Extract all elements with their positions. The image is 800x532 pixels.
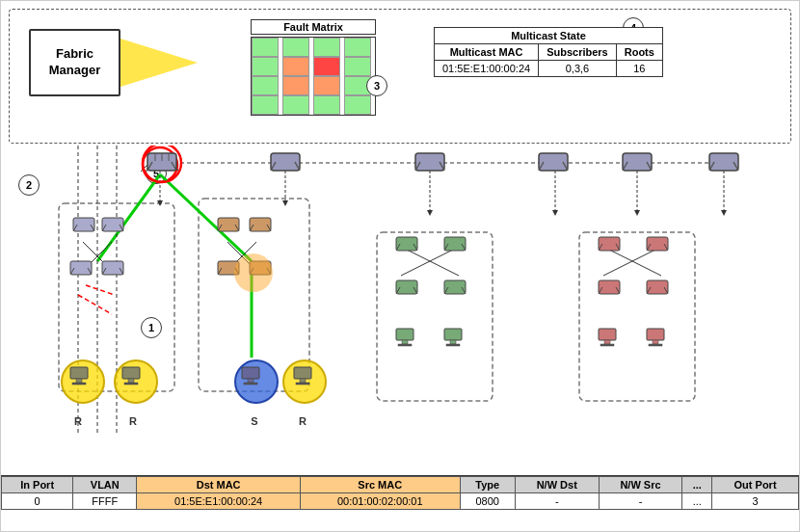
svg-rect-55 (218, 218, 239, 231)
svg-text:R: R (299, 415, 307, 427)
svg-rect-109 (242, 367, 259, 379)
cell-type: 0800 (460, 493, 515, 510)
bottom-table-container: In Port VLAN Dst MAC Src MAC Type N/W Ds… (1, 475, 799, 531)
svg-rect-85 (599, 280, 620, 294)
svg-rect-3 (579, 232, 695, 401)
svg-rect-103 (70, 367, 88, 379)
fm-cell (282, 95, 309, 115)
svg-rect-88 (647, 280, 668, 294)
col-in-port: In Port (2, 477, 73, 493)
multicast-state-table: Multicast State Multicast MAC Subscriber… (434, 27, 663, 77)
svg-rect-100 (647, 329, 664, 340)
flow-table-row: 0 FFFF 01:5E:E1:00:00:24 00:01:00:02:00:… (2, 493, 799, 510)
svg-rect-93 (398, 344, 412, 346)
fm-cell (282, 38, 309, 57)
svg-rect-104 (76, 379, 82, 383)
svg-rect-91 (396, 329, 413, 340)
cell-dst-mac: 01:5E:E1:00:00:24 (137, 493, 301, 510)
svg-rect-2 (377, 232, 493, 401)
svg-rect-105 (72, 383, 86, 385)
col-dst-mac: Dst MAC (137, 477, 301, 493)
beam-graphic (120, 39, 198, 87)
col-out-port: Out Port (712, 477, 799, 493)
main-container: Fabric Manager Fault Matrix (0, 0, 800, 532)
multicast-state-title: Multicast State (435, 28, 663, 44)
svg-rect-58 (250, 218, 271, 231)
fm-cell (344, 95, 371, 115)
roots-value: 16 (616, 61, 662, 77)
top-section: Fabric Manager Fault Matrix (9, 9, 791, 144)
svg-rect-92 (402, 340, 408, 344)
cell-nw-src: - (599, 493, 682, 510)
cell-in-port: 0 (2, 493, 73, 510)
svg-rect-73 (396, 280, 417, 294)
fm-cell (252, 57, 279, 76)
svg-rect-99 (600, 344, 614, 346)
svg-rect-52 (102, 261, 123, 275)
fm-cell (313, 76, 340, 95)
svg-rect-111 (244, 383, 257, 385)
fm-cell (344, 38, 371, 57)
col-src-mac: Src MAC (300, 477, 460, 493)
fm-cell (252, 95, 279, 115)
svg-line-14 (86, 285, 115, 295)
fm-cell (252, 76, 279, 95)
cell-nw-dst: - (515, 493, 599, 510)
cell-src-mac: 00:01:00:02:00:01 (300, 493, 460, 510)
svg-rect-112 (294, 367, 311, 379)
svg-rect-101 (653, 340, 658, 344)
fm-cell (313, 38, 340, 57)
svg-rect-79 (599, 237, 620, 251)
svg-rect-113 (300, 379, 306, 383)
fm-cell (344, 57, 371, 76)
fm-cell (282, 57, 309, 76)
svg-rect-110 (248, 379, 253, 383)
svg-text:R: R (74, 415, 82, 427)
fault-matrix-container: Fault Matrix (251, 19, 376, 116)
svg-rect-95 (450, 340, 456, 344)
table-row: 01:5E:E1:00:00:24 0,3,6 16 (435, 61, 663, 77)
subscribers-value: 0,3,6 (539, 61, 617, 77)
cell-ellipsis: ... (682, 493, 712, 510)
svg-rect-46 (102, 218, 123, 231)
label-3: 3 (366, 75, 387, 96)
col-nw-src: N/W Src (599, 477, 682, 493)
svg-rect-70 (444, 237, 466, 251)
svg-rect-106 (122, 367, 140, 379)
fault-matrix-title: Fault Matrix (251, 19, 376, 35)
svg-text:S: S (251, 415, 257, 427)
diagram-svg: R R S R (1, 146, 800, 473)
svg-rect-107 (128, 379, 134, 383)
col-ellipsis: ... (682, 477, 712, 493)
svg-rect-82 (647, 237, 668, 251)
flow-table: In Port VLAN Dst MAC Src MAC Type N/W Ds… (1, 476, 799, 510)
svg-rect-97 (599, 329, 616, 340)
col-type: Type (460, 477, 515, 493)
svg-rect-43 (73, 218, 94, 231)
svg-point-137 (234, 253, 273, 292)
svg-rect-114 (296, 383, 309, 385)
svg-line-15 (78, 295, 112, 314)
fm-cell (282, 76, 309, 95)
svg-rect-67 (396, 237, 417, 251)
cell-out-port: 3 (712, 493, 799, 510)
svg-text:R: R (129, 415, 137, 427)
svg-rect-108 (124, 383, 138, 385)
svg-rect-76 (444, 280, 466, 294)
mac-value: 01:5E:E1:00:00:24 (435, 61, 539, 77)
svg-rect-49 (70, 261, 92, 275)
col-nw-dst: N/W Dst (515, 477, 599, 493)
col-header-mac: Multicast MAC (435, 44, 539, 61)
fabric-manager-label: Fabric Manager (31, 46, 119, 79)
fabric-manager-box: Fabric Manager (29, 29, 120, 96)
svg-rect-94 (444, 329, 462, 340)
col-vlan: VLAN (73, 477, 137, 493)
col-header-subscribers: Subscribers (539, 44, 617, 61)
cell-vlan: FFFF (73, 493, 137, 510)
svg-rect-102 (649, 344, 662, 346)
svg-rect-96 (446, 344, 460, 346)
fm-cell (313, 57, 340, 76)
fm-cell (252, 38, 279, 57)
fm-cell (313, 95, 340, 115)
svg-rect-98 (604, 340, 610, 344)
